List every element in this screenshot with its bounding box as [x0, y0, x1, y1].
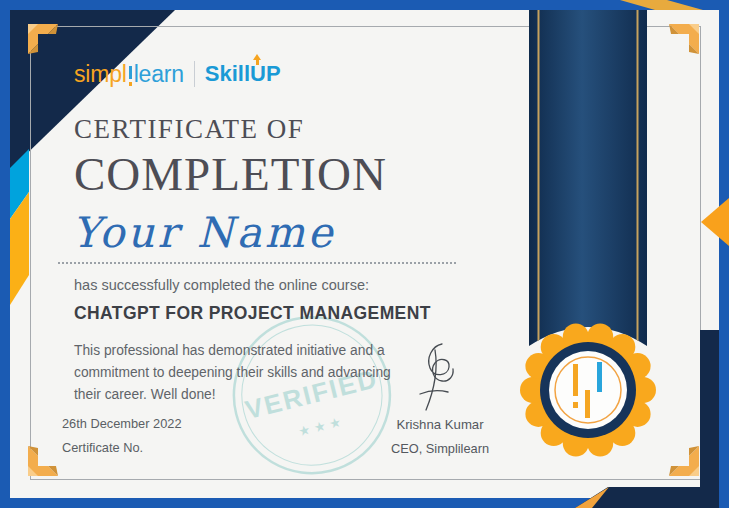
- award-badge: [513, 315, 663, 465]
- certificate-page: VERIFIED ★ ★ ★: [0, 0, 729, 508]
